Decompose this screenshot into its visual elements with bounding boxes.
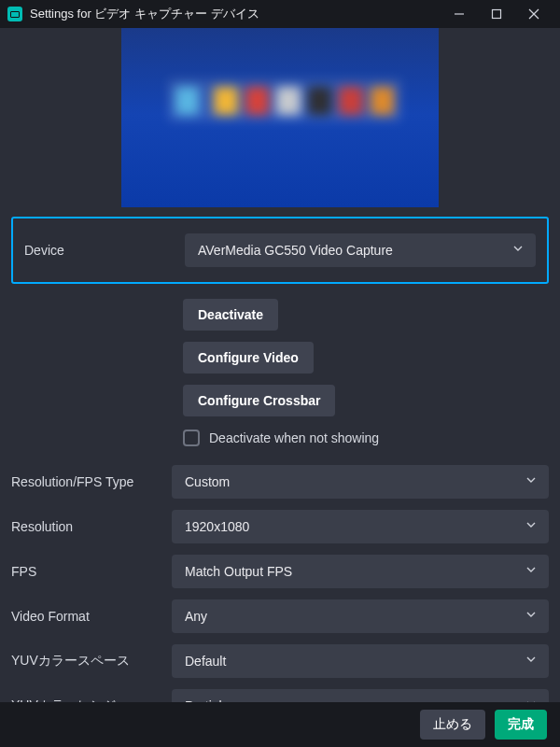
chevron-down-icon — [526, 477, 536, 486]
video-preview — [121, 28, 439, 207]
deactivate-button[interactable]: Deactivate — [183, 299, 278, 331]
yuv-color-range-value: Partial — [185, 698, 526, 702]
deactivate-check-label: Deactivate when not showing — [209, 430, 379, 445]
deactivate-check-row: Deactivate when not showing — [183, 426, 549, 456]
video-format-dropdown[interactable]: Any — [172, 599, 549, 633]
done-button[interactable]: 完成 — [495, 710, 547, 740]
yuv-color-space-label: YUVカラースペース — [11, 653, 172, 669]
minimize-button[interactable] — [441, 0, 478, 28]
window-controls — [441, 0, 553, 28]
window-title: Settings for ビデオ キャプチャー デバイス — [30, 6, 441, 22]
close-button[interactable] — [515, 0, 553, 28]
res-fps-type-label: Resolution/FPS Type — [11, 474, 172, 489]
content-area: Device AVerMedia GC550 Video Capture Dea… — [0, 28, 560, 702]
resolution-label: Resolution — [11, 519, 172, 534]
app-icon — [7, 7, 22, 21]
yuv-color-range-dropdown[interactable]: Partial — [172, 689, 549, 702]
fps-dropdown[interactable]: Match Output FPS — [172, 555, 549, 588]
chevron-down-icon — [513, 246, 523, 255]
device-label: Device — [24, 243, 185, 258]
form-area: Device AVerMedia GC550 Video Capture Dea… — [0, 217, 560, 702]
res-fps-type-dropdown[interactable]: Custom — [172, 465, 549, 499]
chevron-down-icon — [526, 522, 536, 531]
titlebar: Settings for ビデオ キャプチャー デバイス — [0, 0, 560, 28]
resolution-value: 1920x1080 — [185, 519, 526, 534]
res-fps-type-value: Custom — [185, 474, 526, 489]
deactivate-checkbox[interactable] — [183, 430, 200, 446]
configure-video-button[interactable]: Configure Video — [183, 342, 314, 374]
device-dropdown-value: AVerMedia GC550 Video Capture — [198, 243, 513, 258]
yuv-color-space-dropdown[interactable]: Default — [172, 644, 549, 678]
resolution-dropdown[interactable]: 1920x1080 — [172, 510, 549, 543]
video-format-value: Any — [185, 609, 526, 624]
video-format-label: Video Format — [11, 609, 172, 624]
device-group-highlight: Device AVerMedia GC550 Video Capture — [11, 217, 549, 284]
yuv-color-space-value: Default — [185, 654, 526, 669]
device-buttons: Deactivate Configure Video Configure Cro… — [183, 299, 549, 416]
chevron-down-icon — [526, 612, 536, 621]
maximize-button[interactable] — [478, 0, 515, 28]
svg-rect-1 — [493, 10, 501, 19]
chevron-down-icon — [526, 567, 536, 576]
chevron-down-icon — [526, 656, 536, 666]
configure-crossbar-button[interactable]: Configure Crossbar — [183, 385, 335, 416]
fps-value: Match Output FPS — [185, 564, 526, 579]
device-dropdown[interactable]: AVerMedia GC550 Video Capture — [185, 233, 536, 267]
fps-label: FPS — [11, 564, 172, 579]
footer-bar: 止める 完成 — [0, 702, 560, 747]
cancel-button[interactable]: 止める — [420, 710, 485, 740]
chevron-down-icon — [526, 701, 536, 702]
preview-area — [0, 28, 560, 217]
